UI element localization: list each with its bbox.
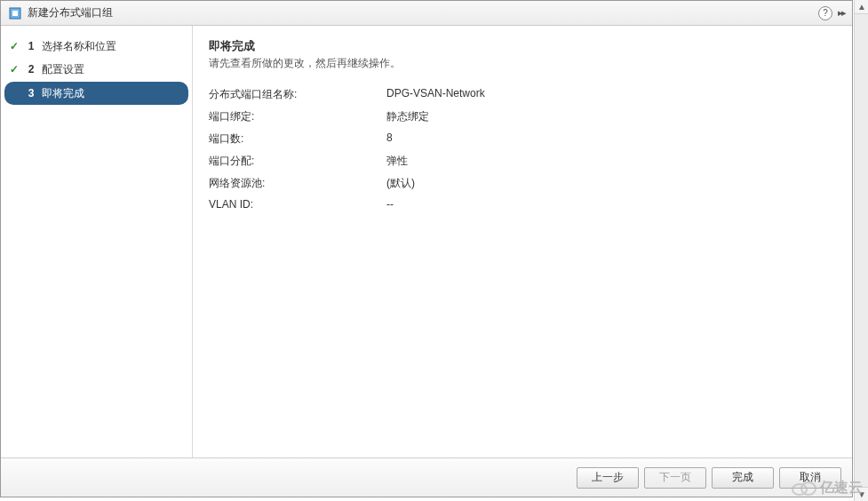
svg-rect-1: [12, 11, 18, 16]
summary-row: 网络资源池: (默认): [209, 176, 836, 191]
summary-properties: 分布式端口组名称: DPG-VSAN-Network 端口绑定: 静态绑定 端口…: [209, 87, 836, 211]
content-subtitle: 请先查看所做的更改，然后再继续操作。: [209, 56, 836, 71]
titlebar: 新建分布式端口组 ? ▸▸: [1, 1, 852, 26]
scroll-down-arrow-icon[interactable]: ▼: [855, 487, 868, 501]
summary-label: 端口绑定:: [209, 109, 386, 124]
step-number: 2: [26, 63, 36, 76]
help-icon[interactable]: ?: [818, 6, 832, 20]
summary-label: VLAN ID:: [209, 198, 386, 211]
step-number: 1: [26, 40, 36, 52]
summary-row: 分布式端口组名称: DPG-VSAN-Network: [209, 87, 836, 102]
summary-label: 网络资源池:: [209, 176, 386, 191]
wizard-step-2[interactable]: ✓ 2 配置设置: [1, 58, 192, 81]
wizard-sidebar: ✓ 1 选择名称和位置 ✓ 2 配置设置 ✓ 3 即将完成: [1, 26, 193, 457]
scroll-up-arrow-icon[interactable]: ▲: [855, 0, 868, 14]
step-label: 配置设置: [42, 62, 84, 77]
summary-row: VLAN ID: --: [209, 198, 836, 211]
back-button[interactable]: 上一步: [577, 467, 639, 489]
dialog-title: 新建分布式端口组: [28, 5, 813, 20]
expand-icon[interactable]: ▸▸: [838, 7, 845, 19]
summary-value: 8: [386, 131, 393, 147]
summary-label: 端口数:: [209, 131, 386, 147]
summary-row: 端口数: 8: [209, 131, 836, 147]
check-icon: ✓: [8, 40, 20, 52]
step-label: 选择名称和位置: [42, 39, 116, 54]
check-icon: ✓: [8, 63, 20, 76]
wizard-content: 即将完成 请先查看所做的更改，然后再继续操作。 分布式端口组名称: DPG-VS…: [193, 26, 852, 457]
wizard-step-3[interactable]: ✓ 3 即将完成: [4, 82, 188, 105]
step-label: 即将完成: [42, 86, 84, 101]
summary-value: (默认): [386, 176, 415, 191]
summary-row: 端口绑定: 静态绑定: [209, 109, 836, 124]
wizard-step-1[interactable]: ✓ 1 选择名称和位置: [1, 35, 192, 58]
summary-row: 端口分配: 弹性: [209, 154, 836, 169]
content-heading: 即将完成: [209, 38, 836, 54]
summary-value: 静态绑定: [386, 109, 429, 124]
summary-value: DPG-VSAN-Network: [386, 87, 485, 102]
summary-value: 弹性: [386, 154, 408, 169]
next-button: 下一页: [644, 467, 706, 489]
cancel-button[interactable]: 取消: [779, 467, 841, 489]
summary-value: --: [386, 198, 394, 211]
summary-label: 分布式端口组名称:: [209, 87, 386, 102]
finish-button[interactable]: 完成: [712, 467, 774, 489]
step-number: 3: [26, 87, 36, 99]
wizard-dialog: 新建分布式端口组 ? ▸▸ ✓ 1 选择名称和位置 ✓ 2 配置设置 ✓ 3 即…: [0, 0, 853, 497]
wizard-footer: 上一步 下一页 完成 取消: [1, 457, 852, 497]
vertical-scrollbar[interactable]: ▲ ▼: [854, 0, 868, 501]
dialog-body: ✓ 1 选择名称和位置 ✓ 2 配置设置 ✓ 3 即将完成 即将完成 请先查看所…: [1, 26, 852, 457]
app-icon: [8, 6, 22, 20]
summary-label: 端口分配:: [209, 154, 386, 169]
